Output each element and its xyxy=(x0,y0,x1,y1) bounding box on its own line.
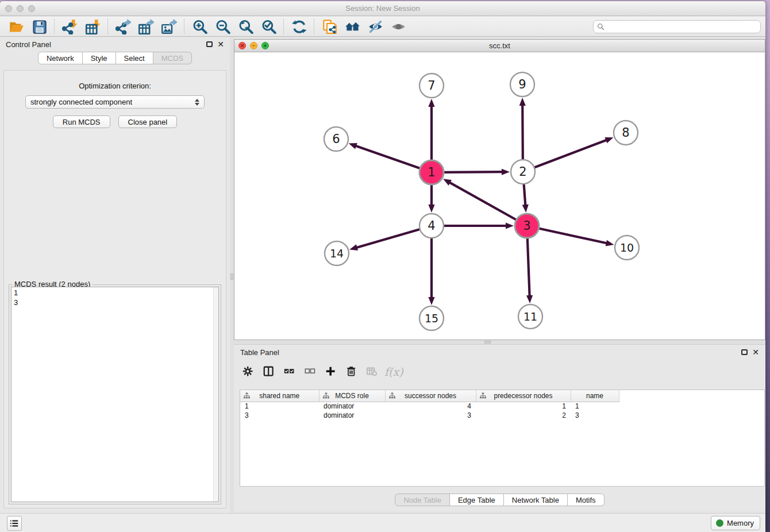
optimization-criterion-label: Optimization criterion: xyxy=(4,82,226,90)
optimization-criterion-select[interactable]: strongly connected component xyxy=(25,95,205,109)
graph-edge-1-6[interactable] xyxy=(355,146,419,168)
graph-edge-arrowhead xyxy=(428,297,434,305)
refresh-layout-button[interactable] xyxy=(287,18,310,35)
control-panel-tabbar: NetworkStyleSelectMCDS xyxy=(0,52,230,64)
export-network-icon xyxy=(116,19,131,34)
graph-edge-arrowhead xyxy=(349,244,358,250)
column-view-button[interactable] xyxy=(260,363,278,380)
zoom-in-button[interactable] xyxy=(188,18,211,35)
float-panel-icon[interactable] xyxy=(206,41,213,47)
table-cell[interactable]: 1 xyxy=(571,402,619,411)
graph-edge-4-14[interactable] xyxy=(356,229,419,248)
toolbar-separator xyxy=(107,19,108,34)
network-view-window: ✕ − + scc.txt 7968124314101511 xyxy=(234,39,765,340)
column-header-name[interactable]: name xyxy=(571,390,619,402)
graph-edge-2-8[interactable] xyxy=(535,140,607,167)
duplicate-network-button[interactable] xyxy=(318,18,341,35)
hierarchy-sort-icon xyxy=(480,392,486,399)
export-network-button[interactable] xyxy=(111,18,134,35)
zoom-selected-button[interactable] xyxy=(257,18,280,35)
graph-edge-arrowhead xyxy=(428,205,434,213)
result-scrollbar[interactable] xyxy=(213,287,218,502)
tab-style[interactable]: Style xyxy=(83,52,116,64)
table-cell[interactable]: 1 xyxy=(476,402,571,411)
graph-edge-2-3[interactable] xyxy=(524,184,526,206)
tab-network[interactable]: Network xyxy=(38,52,83,64)
network-browser-button[interactable] xyxy=(341,18,364,35)
zoom-out-button[interactable] xyxy=(211,18,234,35)
close-panel-icon[interactable]: ✕ xyxy=(752,348,759,356)
graph-edge-1-2[interactable] xyxy=(444,172,503,172)
zoom-in-icon xyxy=(192,19,207,34)
graph-node-label-15: 15 xyxy=(425,312,438,325)
tab-select[interactable]: Select xyxy=(116,52,153,64)
table-cell[interactable]: dominator xyxy=(319,411,385,420)
column-label: name xyxy=(586,392,603,400)
network-window-titlebar: ✕ − + scc.txt xyxy=(234,40,765,52)
close-panel-button[interactable]: Close panel xyxy=(118,115,178,128)
splitter-grip[interactable] xyxy=(484,341,491,344)
add-column-button[interactable] xyxy=(322,363,340,380)
main-toolbar xyxy=(0,17,765,37)
select-all-button[interactable] xyxy=(281,363,298,380)
delete-column-button[interactable] xyxy=(343,363,360,380)
column-header-mcds-role[interactable]: MCDS role xyxy=(319,390,385,402)
table-cell[interactable]: 3 xyxy=(385,411,476,420)
float-panel-icon[interactable] xyxy=(741,349,748,355)
mcds-result-area[interactable]: 1 3 xyxy=(11,287,219,502)
search-icon xyxy=(597,23,605,30)
table-row[interactable]: 3dominator323 xyxy=(240,411,619,420)
memory-button[interactable]: Memory xyxy=(711,516,760,530)
graph-edge-3-10[interactable] xyxy=(539,229,607,244)
select-all-icon xyxy=(284,366,296,378)
network-canvas[interactable]: 7968124314101511 xyxy=(234,52,765,340)
graph-edge-2-9[interactable] xyxy=(522,105,523,159)
open-session-button[interactable] xyxy=(5,18,28,35)
gear-button[interactable] xyxy=(240,363,257,380)
import-network-button[interactable] xyxy=(58,18,81,35)
graph-node-label-4: 4 xyxy=(428,219,435,233)
export-table-button[interactable] xyxy=(134,18,157,35)
gear-icon xyxy=(242,366,255,378)
import-table-button[interactable] xyxy=(81,18,104,35)
vertical-splitter[interactable] xyxy=(230,37,234,513)
table-cell[interactable]: 1 xyxy=(240,402,319,411)
open-session-icon xyxy=(9,19,24,34)
tab-network-table[interactable]: Network Table xyxy=(504,494,568,506)
tab-node-table[interactable]: Node Table xyxy=(395,494,450,506)
splitter-grip[interactable] xyxy=(230,273,233,280)
table-cell[interactable]: dominator xyxy=(319,402,385,411)
task-history-button[interactable] xyxy=(7,516,22,531)
graph-edge-arrowhead xyxy=(506,222,514,229)
graph-node-label-3: 3 xyxy=(523,219,530,233)
graph-node-label-11: 11 xyxy=(523,310,537,323)
graph-edge-3-11[interactable] xyxy=(528,238,530,296)
search-input[interactable] xyxy=(607,22,757,30)
column-header-successor-nodes[interactable]: successor nodes xyxy=(385,390,476,402)
graph-edge-arrowhead xyxy=(502,169,510,175)
add-column-icon xyxy=(325,366,337,378)
tab-motifs[interactable]: Motifs xyxy=(568,494,605,506)
table-cell[interactable]: 4 xyxy=(385,402,476,411)
hide-selected-button[interactable] xyxy=(364,18,387,35)
horizontal-splitter[interactable] xyxy=(234,340,765,344)
zoom-fit-button[interactable] xyxy=(234,18,257,35)
column-header-predecessor-nodes[interactable]: predecessor nodes xyxy=(476,390,571,402)
run-mcds-button[interactable]: Run MCDS xyxy=(53,115,110,128)
graph-node-label-9: 9 xyxy=(518,78,526,91)
tab-edge-table[interactable]: Edge Table xyxy=(450,494,504,506)
table-cell[interactable]: 2 xyxy=(476,411,571,420)
graph-edge-3-1[interactable] xyxy=(449,182,516,219)
export-image-button[interactable] xyxy=(157,18,180,35)
table-cell[interactable]: 3 xyxy=(571,411,619,420)
show-all-button[interactable] xyxy=(387,18,410,35)
search-box[interactable] xyxy=(593,20,761,33)
table-cell[interactable]: 3 xyxy=(240,411,319,420)
network-canvas-svg[interactable]: 7968124314101511 xyxy=(234,52,765,340)
table-row[interactable]: 1dominator411 xyxy=(240,402,619,411)
close-panel-icon[interactable]: ✕ xyxy=(217,40,224,48)
tab-mcds[interactable]: MCDS xyxy=(153,52,192,64)
deselect-all-button[interactable] xyxy=(302,363,319,380)
save-session-button[interactable] xyxy=(28,18,51,35)
column-header-shared-name[interactable]: shared name xyxy=(240,390,319,402)
